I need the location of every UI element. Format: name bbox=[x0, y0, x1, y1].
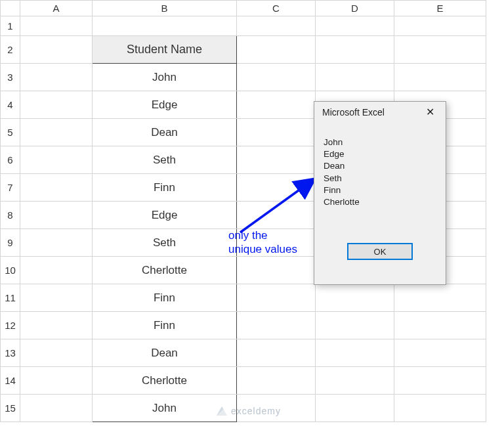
col-header-B[interactable]: B bbox=[93, 1, 237, 16]
ok-button[interactable]: OK bbox=[347, 243, 413, 260]
cell-A11[interactable] bbox=[20, 284, 93, 312]
cell-C11[interactable] bbox=[237, 284, 316, 312]
cell-A13[interactable] bbox=[20, 339, 93, 367]
cell-D14[interactable] bbox=[316, 367, 394, 395]
cell-A2[interactable] bbox=[20, 36, 93, 64]
cell-A10[interactable] bbox=[20, 257, 93, 284]
dialog-line: Cherlotte bbox=[324, 196, 436, 208]
dialog-line: Dean bbox=[324, 160, 436, 172]
close-icon[interactable]: ✕ bbox=[419, 106, 440, 118]
col-header-D[interactable]: D bbox=[316, 1, 394, 16]
cell-E2[interactable] bbox=[394, 36, 486, 64]
cell-C7[interactable] bbox=[237, 174, 316, 202]
watermark: exceldemy bbox=[217, 406, 281, 416]
dialog-title: Microsoft Excel bbox=[322, 107, 385, 118]
cell-C5[interactable] bbox=[237, 119, 316, 146]
col-header-E[interactable]: E bbox=[394, 1, 486, 16]
cell-E1[interactable] bbox=[394, 16, 486, 36]
dialog-body: John Edge Dean Seth Finn Cherlotte bbox=[314, 121, 446, 239]
cell-B8[interactable]: Edge bbox=[93, 202, 237, 229]
cell-C8[interactable] bbox=[237, 202, 316, 229]
col-header-C[interactable]: C bbox=[237, 1, 316, 16]
cell-B5[interactable]: Dean bbox=[93, 119, 237, 146]
row-header-15[interactable]: 15 bbox=[1, 395, 20, 422]
cell-B6[interactable]: Seth bbox=[93, 146, 237, 174]
cell-A4[interactable] bbox=[20, 91, 93, 119]
cell-A15[interactable] bbox=[20, 395, 93, 422]
row-header-6[interactable]: 6 bbox=[1, 146, 20, 174]
row-header-12[interactable]: 12 bbox=[1, 312, 20, 339]
cell-A14[interactable] bbox=[20, 367, 93, 395]
cell-A1[interactable] bbox=[20, 16, 93, 36]
dialog-line: Seth bbox=[324, 173, 436, 184]
cell-A8[interactable] bbox=[20, 202, 93, 229]
cell-D12[interactable] bbox=[316, 312, 394, 339]
cell-B7[interactable]: Finn bbox=[93, 174, 237, 202]
cell-E15[interactable] bbox=[394, 395, 486, 422]
row-header-10[interactable]: 10 bbox=[1, 257, 20, 284]
cell-B15[interactable]: John bbox=[93, 395, 237, 422]
cell-B12[interactable]: Finn bbox=[93, 312, 237, 339]
cell-A9[interactable] bbox=[20, 229, 93, 257]
annotation-line2: unique values bbox=[228, 243, 297, 255]
annotation-text: only the unique values bbox=[228, 228, 297, 257]
cell-E11[interactable] bbox=[394, 284, 486, 312]
cell-C3[interactable] bbox=[237, 64, 316, 91]
cell-A6[interactable] bbox=[20, 146, 93, 174]
select-all-corner[interactable] bbox=[1, 1, 20, 16]
cell-B4[interactable]: Edge bbox=[93, 91, 237, 119]
cell-D11[interactable] bbox=[316, 284, 394, 312]
row-header-13[interactable]: 13 bbox=[1, 339, 20, 367]
cell-B14[interactable]: Cherlotte bbox=[93, 367, 237, 395]
row-header-8[interactable]: 8 bbox=[1, 202, 20, 229]
dialog-footer: OK bbox=[314, 239, 446, 268]
cell-E12[interactable] bbox=[394, 312, 486, 339]
row-header-5[interactable]: 5 bbox=[1, 119, 20, 146]
cell-C12[interactable] bbox=[237, 312, 316, 339]
cell-A7[interactable] bbox=[20, 174, 93, 202]
cell-D3[interactable] bbox=[316, 64, 394, 91]
row-header-2[interactable]: 2 bbox=[1, 36, 20, 64]
dialog-line: Finn bbox=[324, 184, 436, 196]
row-header-4[interactable]: 4 bbox=[1, 91, 20, 119]
cell-C13[interactable] bbox=[237, 339, 316, 367]
cell-C1[interactable] bbox=[237, 16, 316, 36]
cell-E3[interactable] bbox=[394, 64, 486, 91]
cell-C10[interactable] bbox=[237, 257, 316, 284]
dialog-titlebar: Microsoft Excel ✕ bbox=[314, 102, 446, 121]
row-header-14[interactable]: 14 bbox=[1, 367, 20, 395]
cell-A5[interactable] bbox=[20, 119, 93, 146]
cell-B13[interactable]: Dean bbox=[93, 339, 237, 367]
row-header-1[interactable]: 1 bbox=[1, 16, 20, 36]
cell-B11[interactable]: Finn bbox=[93, 284, 237, 312]
cell-C14[interactable] bbox=[237, 367, 316, 395]
cell-B2-header[interactable]: Student Name bbox=[93, 36, 237, 64]
cell-C4[interactable] bbox=[237, 91, 316, 119]
cell-D15[interactable] bbox=[316, 395, 394, 422]
cell-C6[interactable] bbox=[237, 146, 316, 174]
row-header-7[interactable]: 7 bbox=[1, 174, 20, 202]
row-header-3[interactable]: 3 bbox=[1, 64, 20, 91]
cell-B1[interactable] bbox=[93, 16, 237, 36]
cell-C2[interactable] bbox=[237, 36, 316, 64]
watermark-icon bbox=[217, 406, 227, 416]
cell-B3[interactable]: John bbox=[93, 64, 237, 91]
msgbox-dialog: Microsoft Excel ✕ John Edge Dean Seth Fi… bbox=[314, 101, 446, 285]
cell-E13[interactable] bbox=[394, 339, 486, 367]
row-header-11[interactable]: 11 bbox=[1, 284, 20, 312]
cell-A12[interactable] bbox=[20, 312, 93, 339]
cell-D13[interactable] bbox=[316, 339, 394, 367]
cell-B9[interactable]: Seth bbox=[93, 229, 237, 257]
cell-E14[interactable] bbox=[394, 367, 486, 395]
annotation-line1: only the bbox=[228, 229, 268, 242]
watermark-text: exceldemy bbox=[231, 406, 281, 416]
row-header-9[interactable]: 9 bbox=[1, 229, 20, 257]
cell-D2[interactable] bbox=[316, 36, 394, 64]
dialog-line: Edge bbox=[324, 148, 436, 160]
cell-A3[interactable] bbox=[20, 64, 93, 91]
col-header-A[interactable]: A bbox=[20, 1, 93, 16]
cell-B10[interactable]: Cherlotte bbox=[93, 257, 237, 284]
cell-D1[interactable] bbox=[316, 16, 394, 36]
dialog-line: John bbox=[324, 137, 436, 148]
